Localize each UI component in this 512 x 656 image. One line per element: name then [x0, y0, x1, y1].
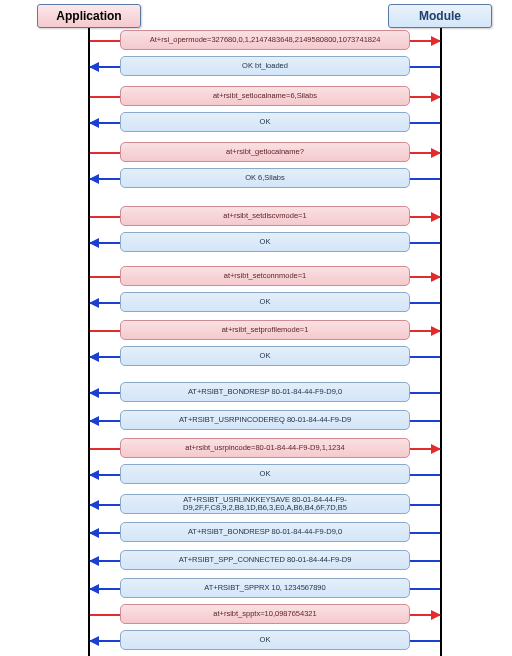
message-row: OK [90, 345, 440, 367]
message-box: OK bt_loaded [120, 56, 410, 76]
arrow-right-icon [431, 272, 441, 282]
arrow-right-icon [431, 326, 441, 336]
message-text: OK [260, 636, 271, 644]
message-box: at+rsibt_setlocalname=6,Silabs [120, 86, 410, 106]
arrow-right-icon [431, 92, 441, 102]
message-text: At+rsi_opermode=327680,0,1,2147483648,21… [150, 36, 381, 44]
message-text: AT+RSIBT_SPPRX 10, 1234567890 [204, 584, 325, 592]
message-text: at+rsibt_spptx=10,0987654321 [213, 610, 316, 618]
participant-module: Module [388, 4, 492, 28]
message-row: at+rsibt_getlocalname? [90, 141, 440, 163]
arrow-left-icon [89, 584, 99, 594]
message-box: at+rsibt_usrpincode=80-01-84-44-F9-D9,1,… [120, 438, 410, 458]
message-text: AT+RSIBT_SPP_CONNECTED 80-01-84-44-F9-D9 [179, 556, 352, 564]
arrow-left-icon [89, 388, 99, 398]
participant-application: Application [37, 4, 141, 28]
arrow-right-icon [431, 610, 441, 620]
message-row: OK [90, 291, 440, 313]
message-text: at+rsibt_setlocalname=6,Silabs [213, 92, 317, 100]
arrow-left-icon [89, 352, 99, 362]
message-row: OK [90, 231, 440, 253]
message-row: AT+RSIBT_BONDRESP 80-01-84-44-F9-D9,0 [90, 381, 440, 403]
message-row: at+rsibt_setdiscvmode=1 [90, 205, 440, 227]
message-row: AT+RSIBT_USRLINKKEYSAVE 80-01-84-44-F9-D… [90, 493, 440, 515]
message-box: OK [120, 630, 410, 650]
message-row: at+rsibt_setconnmode=1 [90, 265, 440, 287]
arrow-right-icon [431, 444, 441, 454]
message-box: at+rsibt_setdiscvmode=1 [120, 206, 410, 226]
message-text: OK [260, 298, 271, 306]
message-text: OK [260, 118, 271, 126]
arrow-left-icon [89, 416, 99, 426]
arrow-left-icon [89, 298, 99, 308]
message-text: AT+RSIBT_BONDRESP 80-01-84-44-F9-D9,0 [188, 528, 342, 536]
message-text: at+rsibt_getlocalname? [226, 148, 304, 156]
arrow-left-icon [89, 470, 99, 480]
arrow-right-icon [431, 212, 441, 222]
message-row: OK [90, 463, 440, 485]
message-row: AT+RSIBT_BONDRESP 80-01-84-44-F9-D9,0 [90, 521, 440, 543]
message-text: at+rsibt_setdiscvmode=1 [223, 212, 306, 220]
message-box: OK [120, 346, 410, 366]
message-box: AT+RSIBT_BONDRESP 80-01-84-44-F9-D9,0 [120, 522, 410, 542]
message-box: OK 6,Silabs [120, 168, 410, 188]
message-box: OK [120, 112, 410, 132]
sequence-diagram: Application Module At+rsi_opermode=32768… [0, 0, 512, 656]
message-row: AT+RSIBT_SPPRX 10, 1234567890 [90, 577, 440, 599]
message-box: AT+RSIBT_USRPINCODEREQ 80-01-84-44-F9-D9 [120, 410, 410, 430]
message-text: OK [260, 238, 271, 246]
arrow-left-icon [89, 62, 99, 72]
message-text: at+rsibt_setconnmode=1 [224, 272, 307, 280]
message-box: OK [120, 232, 410, 252]
participant-application-label: Application [56, 9, 121, 23]
arrow-right-icon [431, 148, 441, 158]
arrow-left-icon [89, 556, 99, 566]
message-row: AT+RSIBT_USRPINCODEREQ 80-01-84-44-F9-D9 [90, 409, 440, 431]
message-row: AT+RSIBT_SPP_CONNECTED 80-01-84-44-F9-D9 [90, 549, 440, 571]
message-row: OK [90, 629, 440, 651]
arrow-left-icon [89, 174, 99, 184]
message-text: at+rsibt_setprofilemode=1 [222, 326, 309, 334]
arrow-left-icon [89, 528, 99, 538]
message-box: AT+RSIBT_BONDRESP 80-01-84-44-F9-D9,0 [120, 382, 410, 402]
message-box: AT+RSIBT_SPPRX 10, 1234567890 [120, 578, 410, 598]
message-box: At+rsi_opermode=327680,0,1,2147483648,21… [120, 30, 410, 50]
message-text: AT+RSIBT_USRLINKKEYSAVE 80-01-84-44-F9-D… [125, 496, 405, 512]
message-row: at+rsibt_setlocalname=6,Silabs [90, 85, 440, 107]
message-box: AT+RSIBT_SPP_CONNECTED 80-01-84-44-F9-D9 [120, 550, 410, 570]
message-box: OK [120, 464, 410, 484]
message-row: OK [90, 111, 440, 133]
arrow-right-icon [431, 36, 441, 46]
message-box: at+rsibt_spptx=10,0987654321 [120, 604, 410, 624]
message-row: At+rsi_opermode=327680,0,1,2147483648,21… [90, 29, 440, 51]
arrow-left-icon [89, 636, 99, 646]
message-text: AT+RSIBT_BONDRESP 80-01-84-44-F9-D9,0 [188, 388, 342, 396]
message-row: at+rsibt_setprofilemode=1 [90, 319, 440, 341]
message-box: at+rsibt_setprofilemode=1 [120, 320, 410, 340]
message-row: at+rsibt_usrpincode=80-01-84-44-F9-D9,1,… [90, 437, 440, 459]
message-box: at+rsibt_getlocalname? [120, 142, 410, 162]
message-text: OK bt_loaded [242, 62, 288, 70]
message-box: AT+RSIBT_USRLINKKEYSAVE 80-01-84-44-F9-D… [120, 494, 410, 514]
message-row: at+rsibt_spptx=10,0987654321 [90, 603, 440, 625]
message-text: AT+RSIBT_USRPINCODEREQ 80-01-84-44-F9-D9 [179, 416, 351, 424]
lifeline-module [440, 28, 442, 656]
message-text: OK 6,Silabs [245, 174, 285, 182]
arrow-left-icon [89, 118, 99, 128]
participant-module-label: Module [419, 9, 461, 23]
message-text: at+rsibt_usrpincode=80-01-84-44-F9-D9,1,… [185, 444, 344, 452]
message-row: OK bt_loaded [90, 55, 440, 77]
message-box: OK [120, 292, 410, 312]
message-text: OK [260, 352, 271, 360]
message-text: OK [260, 470, 271, 478]
message-box: at+rsibt_setconnmode=1 [120, 266, 410, 286]
message-row: OK 6,Silabs [90, 167, 440, 189]
arrow-left-icon [89, 238, 99, 248]
arrow-left-icon [89, 500, 99, 510]
